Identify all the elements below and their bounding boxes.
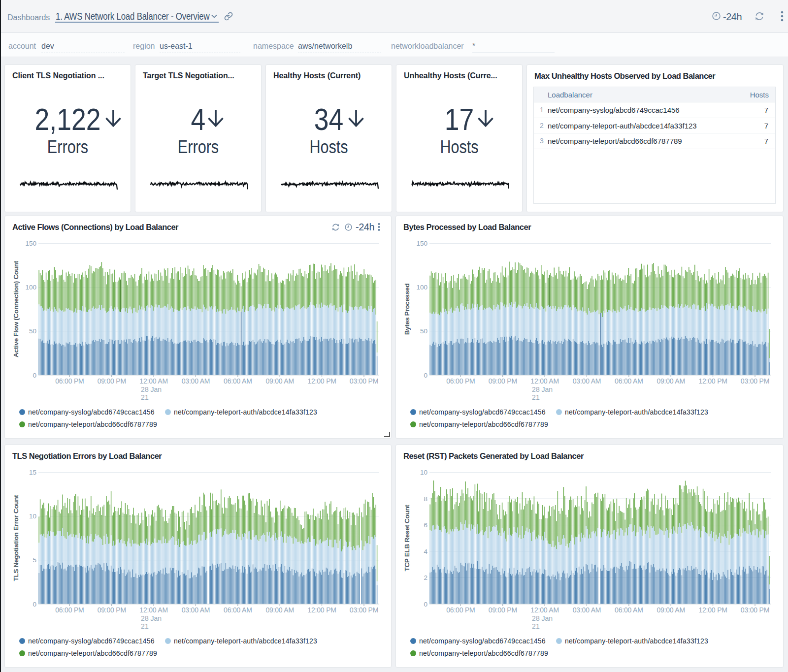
svg-text:21: 21	[141, 393, 149, 401]
svg-text:09:00 PM: 09:00 PM	[98, 606, 126, 614]
svg-text:150: 150	[416, 240, 427, 247]
svg-text:09:00 AM: 09:00 AM	[265, 606, 294, 614]
svg-text:12:00 PM: 12:00 PM	[307, 606, 336, 614]
svg-text:03:00 AM: 03:00 AM	[573, 606, 601, 614]
svg-text:21: 21	[141, 622, 149, 630]
svg-text:09:00 PM: 09:00 PM	[98, 377, 126, 385]
svg-text:06:00 AM: 06:00 AM	[615, 606, 643, 614]
svg-text:06:00 AM: 06:00 AM	[615, 377, 643, 385]
svg-text:12:00 AM: 12:00 AM	[139, 377, 168, 385]
svg-text:50: 50	[29, 327, 36, 335]
svg-text:0: 0	[424, 601, 427, 608]
svg-text:06:00 PM: 06:00 PM	[446, 606, 475, 614]
svg-text:03:00 AM: 03:00 AM	[573, 377, 601, 385]
svg-text:Active Flow (Connection) Count: Active Flow (Connection) Count	[12, 260, 20, 357]
svg-text:15: 15	[29, 469, 36, 476]
svg-text:21: 21	[532, 393, 540, 401]
svg-text:03:00 PM: 03:00 PM	[350, 377, 378, 385]
svg-text:09:00 AM: 09:00 AM	[657, 606, 685, 614]
svg-text:21: 21	[532, 622, 540, 630]
svg-text:06:00 PM: 06:00 PM	[446, 377, 475, 385]
svg-text:0: 0	[424, 372, 427, 379]
svg-text:8: 8	[424, 495, 427, 503]
svg-text:6: 6	[424, 521, 427, 529]
svg-text:TCP ELB Reset Count: TCP ELB Reset Count	[403, 505, 411, 572]
svg-text:09:00 AM: 09:00 AM	[657, 377, 685, 385]
svg-text:12:00 PM: 12:00 PM	[698, 377, 727, 385]
svg-text:03:00 AM: 03:00 AM	[182, 377, 210, 385]
svg-text:50: 50	[420, 327, 427, 335]
svg-text:03:00 PM: 03:00 PM	[350, 606, 378, 614]
svg-text:12:00 AM: 12:00 AM	[530, 377, 559, 385]
svg-text:TLS Negotiation Error Count: TLS Negotiation Error Count	[12, 495, 20, 581]
svg-text:12:00 PM: 12:00 PM	[307, 377, 336, 385]
svg-text:06:00 PM: 06:00 PM	[55, 377, 84, 385]
svg-text:09:00 PM: 09:00 PM	[489, 606, 517, 614]
svg-text:28 Jan: 28 Jan	[532, 385, 553, 393]
svg-text:03:00 AM: 03:00 AM	[182, 606, 210, 614]
svg-text:03:00 PM: 03:00 PM	[741, 606, 769, 614]
svg-text:12:00 AM: 12:00 AM	[530, 606, 559, 614]
svg-text:150: 150	[25, 240, 36, 247]
svg-text:100: 100	[25, 284, 36, 291]
svg-text:06:00 PM: 06:00 PM	[55, 606, 84, 614]
svg-text:28 Jan: 28 Jan	[141, 385, 162, 393]
svg-text:5: 5	[33, 556, 36, 564]
svg-text:4: 4	[424, 548, 427, 555]
svg-text:0: 0	[33, 601, 36, 608]
svg-text:0: 0	[33, 372, 36, 379]
svg-text:28 Jan: 28 Jan	[141, 614, 162, 622]
svg-text:2: 2	[424, 574, 427, 581]
svg-text:09:00 PM: 09:00 PM	[489, 377, 517, 385]
svg-text:03:00 PM: 03:00 PM	[741, 377, 769, 385]
svg-text:09:00 AM: 09:00 AM	[265, 377, 294, 385]
svg-text:06:00 AM: 06:00 AM	[224, 606, 252, 614]
svg-text:12:00 AM: 12:00 AM	[139, 606, 168, 614]
svg-text:Bytes Processed: Bytes Processed	[403, 284, 411, 335]
svg-text:28 Jan: 28 Jan	[532, 614, 553, 622]
svg-text:10: 10	[420, 469, 427, 476]
svg-text:10: 10	[29, 512, 36, 520]
svg-text:100: 100	[416, 284, 427, 291]
svg-text:06:00 AM: 06:00 AM	[224, 377, 252, 385]
svg-text:12:00 PM: 12:00 PM	[698, 606, 727, 614]
